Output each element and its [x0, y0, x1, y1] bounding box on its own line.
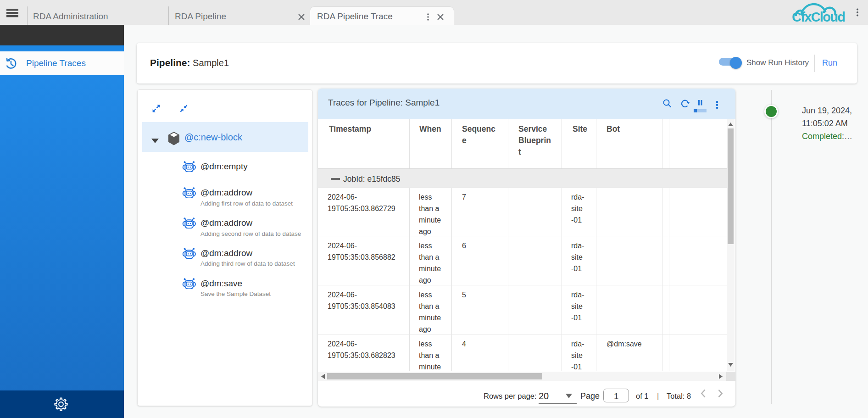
svg-text:CfxCloud: CfxCloud: [792, 10, 845, 24]
